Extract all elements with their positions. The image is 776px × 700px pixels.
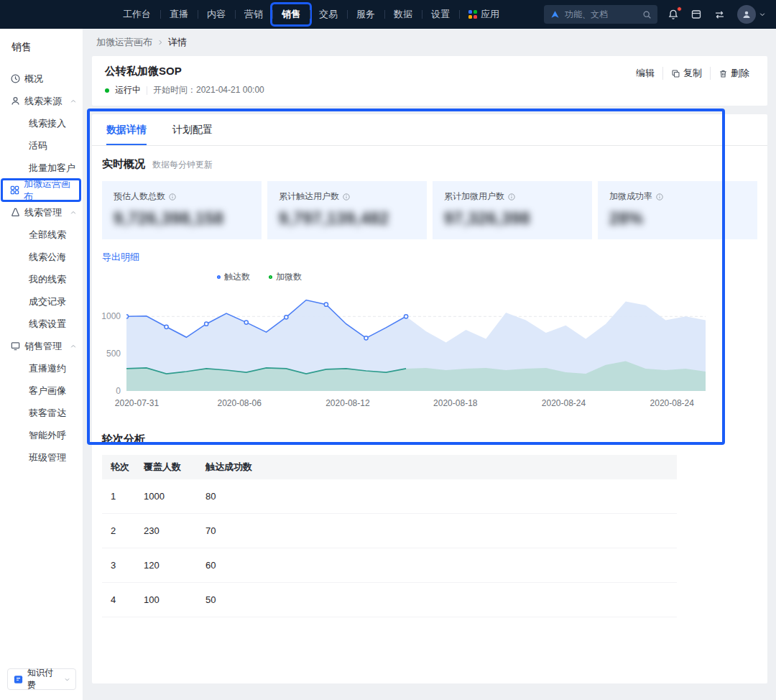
sidebar-item-batch-add-customers[interactable]: 批量加客户 xyxy=(0,157,83,179)
chevron-up-icon xyxy=(70,343,77,350)
swap-arrows-icon[interactable] xyxy=(713,9,726,20)
delete-label: 删除 xyxy=(731,67,749,80)
sidebar-item-label: 直播邀约 xyxy=(29,362,66,375)
rounds-table: 轮次 覆盖人数 触达成功数 1 1000 80 2 230 70 3 120 xyxy=(102,455,677,617)
breadcrumb-parent[interactable]: 加微运营画布 xyxy=(96,36,152,49)
sidebar: 销售 概况 线索来源 线索接入 活码 批量加客户 加微运营画布 线索管理 全部线… xyxy=(0,29,83,700)
tab-plan-config[interactable]: 计划配置 xyxy=(172,114,213,145)
sidebar-item-lead-pool[interactable]: 线索公海 xyxy=(0,246,83,268)
topnav-label: 服务 xyxy=(356,8,375,21)
sidebar-item-acquisition-radar[interactable]: 获客雷达 xyxy=(0,402,83,424)
sidebar-item-label: 班级管理 xyxy=(29,451,66,464)
col-header-round: 轮次 xyxy=(102,461,144,474)
knowledge-pay-label: 知识付费 xyxy=(27,667,60,691)
topnav-live[interactable]: 直播 xyxy=(160,0,198,29)
copy-button[interactable]: 复制 xyxy=(662,67,710,80)
copy-icon xyxy=(671,69,680,78)
cell-covered: 1000 xyxy=(144,491,205,502)
realtime-section: 实时概况 数据每分钟更新 预估人数总数 9,726,398,158 累计触达用户… xyxy=(92,146,767,617)
table-row: 4 100 50 xyxy=(102,583,677,617)
topnav-apps[interactable]: 应用 xyxy=(459,0,509,29)
sidebar-item-customer-profile[interactable]: 客户画像 xyxy=(0,379,83,402)
legend-reach[interactable]: 触达数 xyxy=(217,271,250,283)
topnav-marketing[interactable]: 营销 xyxy=(235,0,272,29)
rounds-title: 轮次分析 xyxy=(102,433,757,446)
cell-reach-success: 70 xyxy=(205,525,292,536)
sidebar-item-live-code[interactable]: 活码 xyxy=(0,134,83,157)
delete-button[interactable]: 删除 xyxy=(710,67,757,80)
stat-success-rate: 加微成功率 28% xyxy=(598,181,757,239)
detail-card: 数据详情 计划配置 实时概况 数据每分钟更新 预估人数总数 9,726,398,… xyxy=(92,114,767,683)
topnav-label: 工作台 xyxy=(123,8,151,21)
sidebar-group-label: 线索来源 xyxy=(24,95,62,108)
sidebar-item-my-leads[interactable]: 我的线索 xyxy=(0,268,83,290)
message-square-icon[interactable] xyxy=(690,9,702,20)
start-time: 开始时间：2021-04-21 00:00 xyxy=(153,84,264,96)
topnav-trade[interactable]: 交易 xyxy=(310,0,347,29)
legend-wechat-add[interactable]: 加微数 xyxy=(269,271,302,283)
edit-label: 编辑 xyxy=(636,67,655,80)
chevron-right-icon xyxy=(157,39,164,46)
tab-label: 数据详情 xyxy=(106,124,147,137)
sidebar-item-lead-access[interactable]: 线索接入 xyxy=(0,112,83,134)
sidebar-item-label: 获客雷达 xyxy=(29,407,66,420)
sidebar-item-deal-records[interactable]: 成交记录 xyxy=(0,290,83,313)
table-row: 2 230 70 xyxy=(102,514,677,548)
sidebar-item-lead-settings[interactable]: 线索设置 xyxy=(0,313,83,335)
monitor-icon xyxy=(10,341,21,351)
sidebar-item-label: 我的线索 xyxy=(29,273,66,286)
sidebar-group-lead-source[interactable]: 线索来源 xyxy=(0,90,83,112)
tab-data-detail[interactable]: 数据详情 xyxy=(106,114,147,145)
apps-grid-icon xyxy=(468,10,477,19)
grid-icon xyxy=(9,185,20,195)
topbar-icons xyxy=(668,5,766,24)
info-icon[interactable] xyxy=(168,193,177,201)
cell-round: 3 xyxy=(102,560,144,571)
topnav-settings[interactable]: 设置 xyxy=(422,0,459,29)
chart-x-axis: 2020-07-312020-08-062020-08-122020-08-18… xyxy=(126,398,706,410)
cell-round: 2 xyxy=(102,525,144,536)
sidebar-item-label: 批量加客户 xyxy=(29,162,75,175)
chevron-up-icon xyxy=(70,98,77,105)
account-menu[interactable] xyxy=(737,5,766,24)
info-icon[interactable] xyxy=(342,193,351,201)
topnav-content[interactable]: 内容 xyxy=(198,0,235,29)
sidebar-item-class-manage[interactable]: 班级管理 xyxy=(0,446,83,469)
cell-reach-success: 60 xyxy=(205,560,292,571)
sidebar-item-label: 线索公海 xyxy=(29,251,66,264)
sidebar-item-live-invite[interactable]: 直播邀约 xyxy=(0,357,83,379)
clock-icon xyxy=(10,73,21,84)
avatar xyxy=(737,5,756,24)
cell-covered: 230 xyxy=(144,525,205,536)
sop-header-card: 公转私加微SOP 运行中 开始时间：2021-04-21 00:00 编辑 复制… xyxy=(92,56,767,106)
global-search[interactable] xyxy=(544,5,657,24)
topnav-service[interactable]: 服务 xyxy=(347,0,384,29)
sidebar-item-overview[interactable]: 概况 xyxy=(0,68,83,90)
topnav-label: 设置 xyxy=(431,8,450,21)
info-icon[interactable] xyxy=(507,193,516,201)
sidebar-item-all-leads[interactable]: 全部线索 xyxy=(0,224,83,246)
export-detail-link[interactable]: 导出明细 xyxy=(102,251,139,264)
search-icon[interactable] xyxy=(642,10,652,19)
topnav-data[interactable]: 数据 xyxy=(384,0,422,29)
sidebar-item-ai-outbound-call[interactable]: 智能外呼 xyxy=(0,424,83,446)
stat-value-blurred: 97,326,398 xyxy=(444,209,581,229)
knowledge-pay-switcher[interactable]: 知识付费 xyxy=(7,668,76,690)
info-icon[interactable] xyxy=(655,193,664,201)
x-tick-label: 2020-08-18 xyxy=(433,398,477,408)
x-tick-label: 2020-08-06 xyxy=(217,398,261,408)
topnav-label: 内容 xyxy=(207,8,226,21)
notifications-bell-icon[interactable] xyxy=(668,9,679,20)
topnav-label: 交易 xyxy=(319,8,338,21)
sidebar-item-label: 成交记录 xyxy=(29,295,66,308)
topnav-sales[interactable]: 销售 xyxy=(272,0,310,29)
sidebar-group-lead-manage[interactable]: 线索管理 xyxy=(0,201,83,224)
sidebar-item-wechat-canvas[interactable]: 加微运营画布 xyxy=(0,179,83,201)
sidebar-group-sales-manage[interactable]: 销售管理 xyxy=(0,335,83,357)
search-input[interactable] xyxy=(565,9,638,19)
edit-button[interactable]: 编辑 xyxy=(628,67,662,80)
topnav-workbench[interactable]: 工作台 xyxy=(114,0,160,29)
legend-dot-reach xyxy=(217,275,221,279)
copy-label: 复制 xyxy=(683,67,702,80)
y-tick-label: 500 xyxy=(106,349,121,358)
